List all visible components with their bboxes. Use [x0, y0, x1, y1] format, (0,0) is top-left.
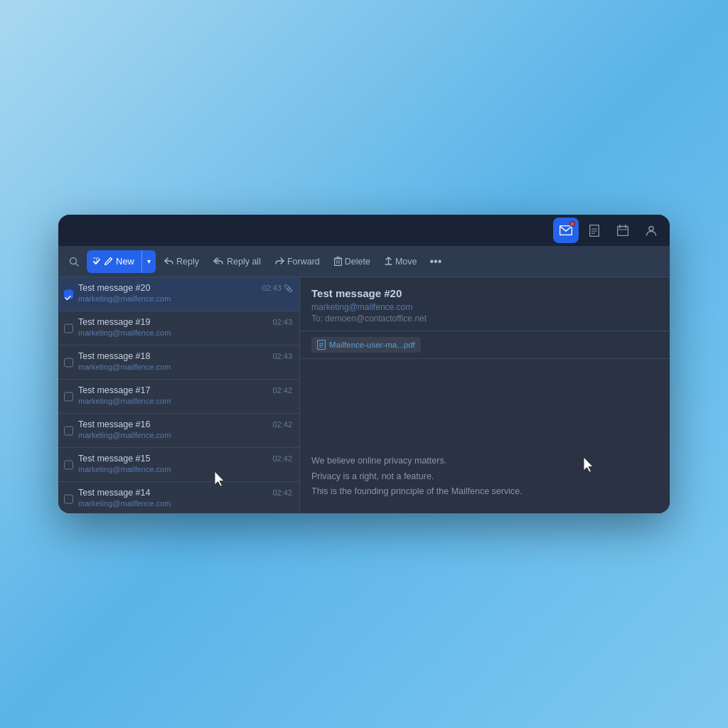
- documents-nav-button[interactable]: [582, 218, 607, 243]
- message-checkbox[interactable]: [64, 358, 73, 367]
- message-item[interactable]: Test message #1702:42marketing@mailfence…: [58, 380, 299, 414]
- message-subject: Test message #16: [78, 419, 267, 429]
- message-list: Test message #2002:43 📎marketing@mailfen…: [58, 277, 300, 513]
- preview-body: We believe online privacy matters.Privac…: [300, 359, 670, 513]
- message-time: 02:43 📎: [262, 284, 292, 292]
- message-item[interactable]: Test message #1802:43marketing@mailfence…: [58, 346, 299, 380]
- message-time: 02:43: [272, 318, 292, 326]
- message-checkbox[interactable]: [64, 392, 73, 401]
- more-dots: •••: [429, 255, 441, 267]
- message-sender: marketing@mailfence.com: [78, 465, 292, 473]
- body-text-line: This is the founding principle of the Ma…: [311, 484, 658, 499]
- message-subject: Test message #14: [78, 488, 267, 498]
- message-time: 02:42: [272, 454, 292, 463]
- preview-to: To: demoen@contactoffice.net: [311, 314, 658, 323]
- attachment-chip[interactable]: Mailfence-user-ma...pdf: [311, 337, 421, 353]
- message-checkbox[interactable]: [64, 460, 73, 469]
- mail-badge: [569, 221, 575, 227]
- reply-label: Reply: [176, 257, 199, 267]
- contacts-nav-button[interactable]: [638, 218, 664, 243]
- delete-label: Delete: [345, 257, 370, 267]
- reply-button[interactable]: Reply: [159, 250, 205, 273]
- message-time: 02:42: [272, 386, 292, 395]
- new-email-main[interactable]: New: [87, 250, 141, 273]
- message-checkbox[interactable]: [64, 426, 73, 435]
- body-text-line: Privacy is a right, not a feature.: [311, 469, 658, 484]
- message-sender: marketing@mailfence.com: [78, 294, 292, 303]
- message-item[interactable]: Test message #1502:42marketing@mailfence…: [58, 448, 299, 482]
- new-email-button[interactable]: New ▾: [87, 250, 156, 273]
- message-time: 02:42: [272, 488, 292, 497]
- message-time: 02:43: [272, 352, 292, 360]
- message-checkbox[interactable]: [64, 289, 73, 299]
- message-item[interactable]: Test message #1902:43marketing@mailfence…: [58, 311, 299, 346]
- message-sender: marketing@mailfence.com: [78, 397, 292, 405]
- app-window: New ▾ Reply Reply all Forw: [58, 215, 670, 513]
- reply-all-button[interactable]: Reply all: [208, 250, 267, 273]
- move-button[interactable]: Move: [379, 250, 423, 273]
- message-sender: marketing@mailfence.com: [78, 499, 292, 508]
- body-text-line: We believe online privacy matters.: [311, 454, 658, 469]
- move-label: Move: [395, 257, 417, 267]
- message-subject: Test message #15: [78, 454, 267, 464]
- forward-label: Forward: [287, 257, 320, 267]
- attachment-row: Mailfence-user-ma...pdf: [300, 331, 670, 359]
- reply-all-label: Reply all: [227, 257, 261, 267]
- svg-point-9: [649, 227, 653, 231]
- message-subject: Test message #19: [78, 317, 267, 327]
- message-item[interactable]: Test message #2002:43 📎marketing@mailfen…: [58, 277, 299, 311]
- message-sender: marketing@mailfence.com: [78, 363, 292, 371]
- mail-nav-button[interactable]: [553, 218, 579, 243]
- message-subject: Test message #18: [78, 351, 267, 361]
- svg-line-11: [76, 263, 79, 266]
- message-subject: Test message #17: [78, 385, 267, 395]
- preview-from: marketing@mailfence.com: [311, 302, 658, 312]
- more-actions-button[interactable]: •••: [425, 252, 446, 271]
- search-button[interactable]: [64, 252, 84, 272]
- message-checkbox[interactable]: [64, 494, 73, 503]
- message-sender: marketing@mailfence.com: [78, 328, 292, 337]
- message-subject: Test message #20: [78, 283, 256, 293]
- top-bar: [58, 215, 670, 246]
- message-sender: marketing@mailfence.com: [78, 431, 292, 439]
- svg-rect-5: [618, 227, 628, 236]
- body-overlay: We believe online privacy matters.Privac…: [300, 359, 670, 513]
- message-checkbox[interactable]: [64, 323, 73, 333]
- delete-button[interactable]: Delete: [328, 250, 376, 273]
- new-button-dropdown[interactable]: ▾: [141, 250, 156, 273]
- top-bar-icons: [553, 218, 664, 243]
- preview-subject: Test message #20: [311, 287, 658, 299]
- preview-header: Test message #20 marketing@mailfence.com…: [300, 277, 670, 331]
- toolbar: New ▾ Reply Reply all Forw: [58, 246, 670, 277]
- attachment-name: Mailfence-user-ma...pdf: [329, 341, 415, 349]
- message-item[interactable]: Test message #1402:42marketing@mailfence…: [58, 482, 299, 513]
- calendar-nav-button[interactable]: [610, 218, 636, 243]
- main-content: Test message #2002:43 📎marketing@mailfen…: [58, 277, 670, 513]
- message-item[interactable]: Test message #1602:42marketing@mailfence…: [58, 414, 299, 448]
- message-time: 02:42: [272, 420, 292, 429]
- new-button-label: New: [116, 256, 134, 267]
- svg-rect-12: [334, 259, 341, 266]
- preview-pane: Test message #20 marketing@mailfence.com…: [300, 277, 670, 513]
- forward-button[interactable]: Forward: [269, 250, 326, 273]
